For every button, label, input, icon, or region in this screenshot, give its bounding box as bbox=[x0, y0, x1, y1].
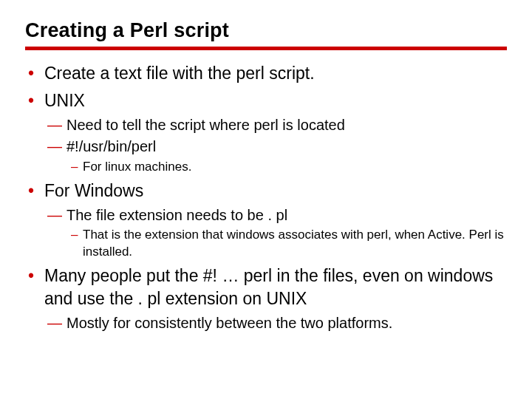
sub-list: Need to tell the script where perl is lo… bbox=[44, 115, 507, 175]
bullet-item: UNIX Need to tell the script where perl … bbox=[25, 89, 507, 175]
slide-title: Creating a Perl script bbox=[25, 19, 507, 50]
subsub-text: For linux machines. bbox=[83, 160, 191, 174]
subsub-text: That is the extension that windows assoc… bbox=[83, 228, 504, 258]
sub-text: Mostly for consistently between the two … bbox=[66, 315, 392, 331]
sub-item: Mostly for consistently between the two … bbox=[44, 313, 507, 332]
bullet-list: Create a text file with the perl script.… bbox=[25, 62, 507, 332]
sub-list: Mostly for consistently between the two … bbox=[44, 313, 507, 332]
subsub-list: That is the extension that windows assoc… bbox=[66, 227, 507, 259]
subsub-item: For linux machines. bbox=[66, 159, 507, 175]
sub-list: The file extension needs to be . pl That… bbox=[44, 205, 507, 260]
sub-item: Need to tell the script where perl is lo… bbox=[44, 115, 507, 134]
bullet-item: For Windows The file extension needs to … bbox=[25, 180, 507, 260]
bullet-text: Create a text file with the perl script. bbox=[44, 64, 315, 83]
sub-item: #!/usr/bin/perl For linux machines. bbox=[44, 137, 507, 174]
sub-text: Need to tell the script where perl is lo… bbox=[66, 117, 345, 133]
bullet-text: Many people put the #! … perl in the fil… bbox=[44, 266, 493, 308]
subsub-item: That is the extension that windows assoc… bbox=[66, 227, 507, 259]
bullet-item: Many people put the #! … perl in the fil… bbox=[25, 265, 507, 332]
bullet-item: Create a text file with the perl script. bbox=[25, 62, 507, 85]
sub-text: The file extension needs to be . pl bbox=[66, 207, 287, 223]
sub-item: The file extension needs to be . pl That… bbox=[44, 205, 507, 260]
bullet-text: UNIX bbox=[44, 91, 85, 110]
sub-text: #!/usr/bin/perl bbox=[66, 138, 156, 154]
subsub-list: For linux machines. bbox=[66, 159, 507, 175]
bullet-text: For Windows bbox=[44, 181, 143, 200]
slide: Creating a Perl script Create a text fil… bbox=[0, 0, 532, 352]
